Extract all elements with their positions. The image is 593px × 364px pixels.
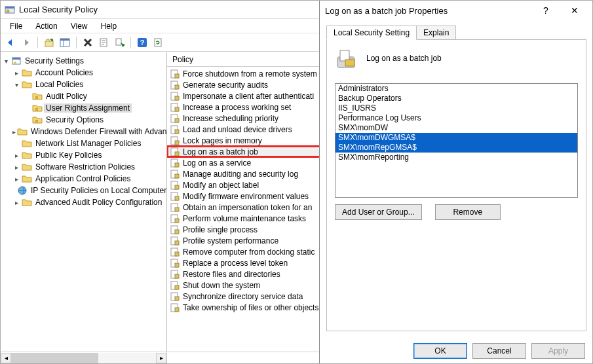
policy-label: Load and unload device drivers: [183, 125, 292, 134]
tree-defender-firewall[interactable]: Windows Defender Firewall with Advan: [29, 127, 167, 136]
scroll-track[interactable]: [11, 353, 156, 363]
svg-rect-63: [175, 297, 179, 300]
svg-rect-35: [175, 141, 179, 145]
policy-icon: [170, 69, 180, 79]
policy-label: Perform volume maintenance tasks: [183, 214, 306, 223]
user-item[interactable]: IIS_IUSRS: [335, 103, 577, 113]
tab-explain[interactable]: Explain: [416, 26, 456, 40]
expander-icon[interactable]: ▸: [12, 69, 20, 77]
policy-icon: [170, 225, 180, 235]
apply-button[interactable]: Apply: [531, 343, 585, 359]
svg-rect-37: [175, 152, 179, 156]
tree-ipsec[interactable]: IP Security Policies on Local Computer: [29, 186, 167, 195]
folder-icon: [17, 126, 28, 137]
policy-icon: [170, 180, 180, 191]
svg-rect-51: [175, 230, 179, 234]
svg-text:?: ?: [140, 39, 145, 46]
dialog-title: Log on as a batch job Properties: [325, 6, 448, 16]
policy-folder-icon: [32, 91, 43, 101]
show-hide-tree-button[interactable]: [58, 35, 72, 50]
svg-point-2: [7, 10, 9, 12]
tree-nlm-policies[interactable]: Network List Manager Policies: [33, 139, 143, 148]
user-item[interactable]: Performance Log Users: [335, 113, 577, 123]
tree-public-key[interactable]: Public Key Policies: [33, 151, 104, 160]
policy-label: Restore files and directories: [183, 270, 280, 279]
up-level-button[interactable]: [42, 35, 56, 50]
tree-local-policies[interactable]: Local Policies: [33, 80, 85, 89]
refresh-button[interactable]: [151, 35, 165, 50]
policy-icon: [170, 147, 180, 157]
expander-icon[interactable]: ▸: [12, 151, 20, 159]
folder-icon: [22, 173, 32, 184]
user-item-selected[interactable]: SMX\momDWGMSA$: [335, 133, 577, 143]
tree-root[interactable]: Security Settings: [23, 56, 86, 65]
scroll-thumb[interactable]: [11, 353, 98, 363]
tree-audit-policy[interactable]: Audit Policy: [44, 92, 89, 101]
tab-local-security-setting[interactable]: Local Security Setting: [326, 26, 417, 40]
export-list-button[interactable]: [112, 35, 126, 50]
help-button[interactable]: ?: [135, 35, 149, 50]
tree-user-rights-assignment[interactable]: User Rights Assignment: [44, 103, 132, 113]
user-item[interactable]: SMX\momDW: [335, 123, 577, 133]
user-item-selected[interactable]: SMX\momRepGMSA$: [335, 143, 577, 153]
forward-button[interactable]: [19, 35, 33, 50]
tree-app-control[interactable]: Application Control Policies: [33, 174, 132, 183]
tree-software-restriction[interactable]: Software Restriction Policies: [33, 162, 137, 172]
svg-rect-19: [35, 108, 38, 111]
menu-help[interactable]: Help: [94, 20, 124, 32]
toolbar-separator: [130, 37, 131, 48]
expander-icon[interactable]: ▾: [2, 57, 10, 65]
expander-icon[interactable]: ▸: [12, 163, 20, 171]
tree-account-policies[interactable]: Account Policies: [33, 68, 95, 77]
svg-rect-18: [35, 96, 38, 99]
app-icon: [5, 5, 15, 15]
policy-folder-icon: [32, 103, 43, 113]
close-button[interactable]: ✕: [562, 1, 588, 20]
menu-view[interactable]: View: [64, 20, 94, 32]
policy-heading-row: Log on as a batch job: [335, 46, 578, 70]
policy-icon: [170, 136, 180, 146]
ok-button[interactable]: OK: [413, 343, 467, 359]
expander-icon[interactable]: ▸: [12, 128, 16, 136]
menu-file[interactable]: File: [3, 20, 29, 32]
policy-heading-icon: [335, 46, 358, 70]
remove-button[interactable]: Remove: [435, 204, 501, 220]
user-item[interactable]: Backup Operators: [335, 94, 577, 103]
policy-label: Shut down the system: [183, 281, 260, 290]
svg-rect-11: [116, 39, 121, 45]
cancel-button[interactable]: Cancel: [472, 343, 526, 359]
user-list[interactable]: Administrators Backup Operators IIS_IUSR…: [335, 83, 578, 198]
properties-button[interactable]: [96, 35, 111, 50]
tree-hscrollbar[interactable]: ◂ ▸: [1, 352, 167, 363]
policy-label: Log on as a batch job: [183, 147, 258, 156]
tree-security-options[interactable]: Security Options: [44, 115, 105, 124]
help-button[interactable]: ?: [533, 1, 559, 20]
expander-icon[interactable]: ▾: [12, 81, 20, 88]
policy-icon: [170, 258, 180, 268]
policy-heading-label: Log on as a batch job: [366, 54, 442, 63]
dialog-body: Local Security Setting Explain Log on as…: [320, 20, 593, 338]
policy-label: Lock pages in memory: [183, 136, 262, 145]
expander-icon[interactable]: ▸: [12, 198, 20, 206]
delete-button[interactable]: [81, 35, 95, 50]
add-user-or-group-button[interactable]: Add User or Group...: [335, 204, 422, 220]
policy-icon: [170, 91, 180, 101]
folder-icon: [22, 150, 32, 160]
policy-icon: [170, 236, 180, 246]
policy-icon: [170, 169, 180, 179]
tab-pane: Log on as a batch job Administrators Bac…: [326, 39, 586, 331]
user-item[interactable]: SMX\momReporting: [335, 153, 577, 162]
scroll-right-icon[interactable]: ▸: [156, 353, 166, 363]
menu-action[interactable]: Action: [29, 20, 64, 32]
security-settings-icon: [11, 56, 22, 66]
scroll-left-icon[interactable]: ◂: [1, 353, 11, 363]
tree-advanced-audit[interactable]: Advanced Audit Policy Configuration: [33, 198, 164, 207]
toolbar-separator: [37, 37, 38, 48]
svg-rect-65: [175, 308, 179, 312]
user-item[interactable]: Administrators: [335, 84, 577, 94]
policy-label: Profile single process: [183, 225, 258, 234]
back-button[interactable]: [3, 35, 18, 50]
folder-icon: [22, 67, 32, 78]
policy-icon: [170, 124, 180, 135]
expander-icon[interactable]: ▸: [12, 175, 20, 183]
